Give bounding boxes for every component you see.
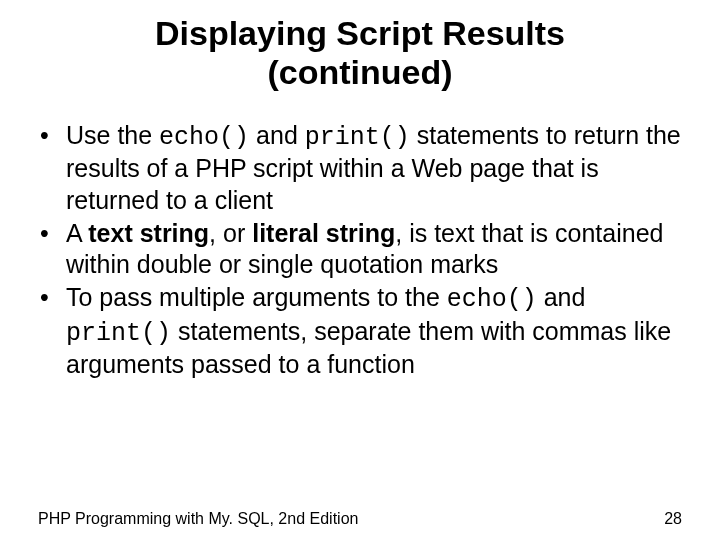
- text: Use the: [66, 121, 159, 149]
- slide-body: Use the echo() and print() statements to…: [0, 120, 720, 380]
- term-text-string: text string: [88, 219, 209, 247]
- page-number: 28: [664, 510, 682, 528]
- code-echo: echo(): [447, 285, 537, 314]
- text: A: [66, 219, 88, 247]
- list-item: A text string, or literal string, is tex…: [38, 218, 682, 281]
- text: , or: [209, 219, 252, 247]
- text: To pass multiple arguments to the: [66, 283, 447, 311]
- slide-title: Displaying Script Results (continued): [0, 14, 720, 92]
- text: and: [537, 283, 586, 311]
- code-print: print(): [66, 319, 171, 348]
- bullet-list: Use the echo() and print() statements to…: [38, 120, 682, 380]
- list-item: Use the echo() and print() statements to…: [38, 120, 682, 216]
- term-literal-string: literal string: [252, 219, 395, 247]
- title-line-1: Displaying Script Results: [155, 14, 565, 52]
- slide: Displaying Script Results (continued) Us…: [0, 14, 720, 540]
- code-echo: echo(): [159, 123, 249, 152]
- footer-source: PHP Programming with My. SQL, 2nd Editio…: [38, 510, 358, 528]
- text: and: [249, 121, 305, 149]
- code-print: print(): [305, 123, 410, 152]
- title-line-2: (continued): [267, 53, 452, 91]
- list-item: To pass multiple arguments to the echo()…: [38, 282, 682, 380]
